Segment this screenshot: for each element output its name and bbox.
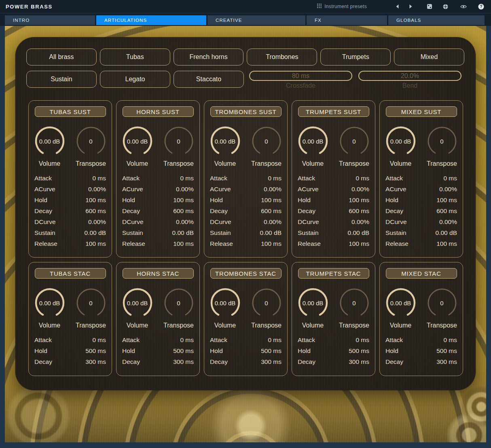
param-row: Hold 500 ms [210,345,281,356]
volume-value: 0.00 dB [297,125,329,157]
volume-knob[interactable]: 0.00 dB [209,287,241,319]
instrument-button-tubas[interactable]: Tubas [100,49,170,66]
staccato-cards-row: TUBAS STAC 0.00 dB Volume [28,262,464,376]
volume-knob[interactable]: 0.00 dB [385,287,417,319]
param-value[interactable]: 100 ms [436,240,457,247]
param-value[interactable]: 100 ms [173,197,194,204]
param-value[interactable]: 100 ms [85,197,106,204]
param-value[interactable]: 100 ms [261,240,281,247]
param-value[interactable]: 100 ms [173,240,194,247]
param-value[interactable]: 0.00% [88,218,106,226]
instrument-button-mixed[interactable]: Mixed [394,49,464,66]
param-value[interactable]: 0.00% [351,186,369,193]
param-value[interactable]: 600 ms [261,207,281,215]
instrument-button-trumpets[interactable]: Trumpets [320,49,391,66]
param-value[interactable]: 300 ms [261,358,281,366]
param-value[interactable]: 0 ms [356,336,369,344]
articulation-button-legato[interactable]: Legato [100,71,170,88]
transpose-knob[interactable]: 0 [250,125,283,157]
param-value[interactable]: 300 ms [349,358,369,366]
param-value[interactable]: 600 ms [173,207,194,215]
param-value[interactable]: 0 ms [443,175,457,182]
param-value[interactable]: 100 ms [85,240,106,247]
param-value[interactable]: 0 ms [356,175,369,182]
tab[interactable]: GLOBALS [388,15,485,25]
previous-preset-icon[interactable] [394,3,400,10]
volume-knob[interactable]: 0.00 dB [121,125,154,157]
param-value[interactable]: 0.00 dB [436,229,457,237]
param-value[interactable]: 0.00% [439,186,457,193]
param-value[interactable]: 600 ms [85,207,106,215]
volume-knob[interactable]: 0.00 dB [297,125,329,157]
transpose-knob[interactable]: 0 [338,287,370,319]
param-value[interactable]: 0.00 dB [348,229,369,237]
transpose-knob[interactable]: 0 [250,287,283,319]
param-value[interactable]: 300 ms [85,358,106,366]
param-value[interactable]: 500 ms [349,347,369,355]
param-value[interactable]: 0 ms [180,175,194,182]
param-value[interactable]: 600 ms [349,207,369,215]
param-value[interactable]: 0.00 dB [172,229,194,237]
next-preset-icon[interactable] [407,3,414,10]
transpose-knob[interactable]: 0 [75,125,107,157]
tab[interactable]: ARTICULATIONS [96,15,206,25]
transpose-knob[interactable]: 0 [163,125,195,157]
volume-knob[interactable]: 0.00 dB [34,125,66,157]
param-value[interactable]: 500 ms [261,347,281,355]
param-value[interactable]: 0 ms [268,336,281,344]
transpose-knob[interactable]: 0 [426,287,458,319]
volume-knob[interactable]: 0.00 dB [209,125,241,157]
param-value[interactable]: 500 ms [85,347,106,355]
param-name: DCurve [298,218,319,226]
volume-knob[interactable]: 0.00 dB [297,287,329,319]
param-value[interactable]: 100 ms [436,197,457,204]
param-value[interactable]: 300 ms [436,358,457,366]
param-value[interactable]: 0.00% [176,218,194,226]
articulation-button-sustain[interactable]: Sustain [26,71,97,88]
param-value[interactable]: 0 ms [180,336,194,344]
param-value[interactable]: 0.00% [176,186,194,193]
transpose-knob[interactable]: 0 [338,125,370,157]
param-value[interactable]: 100 ms [349,240,369,247]
instrument-button-french-horns[interactable]: French horns [174,49,244,66]
instrument-button-trombones[interactable]: Trombones [247,49,317,66]
tab[interactable]: INTRO [5,15,95,25]
param-value[interactable]: 0.00% [351,218,369,226]
param-value[interactable]: 0.00 dB [260,229,281,237]
param-value[interactable]: 0 ms [92,175,106,182]
tab[interactable]: CREATIVE [207,15,305,25]
transpose-knob[interactable]: 0 [163,287,195,319]
transpose-knob[interactable]: 0 [75,287,107,319]
volume-knob[interactable]: 0.00 dB [34,287,66,319]
transpose-value: 0 [250,287,283,319]
param-value[interactable]: 600 ms [436,207,457,215]
bend-slider[interactable]: 20.0% [358,71,461,81]
instrument-button-all-brass[interactable]: All brass [26,49,97,66]
param-value[interactable]: 300 ms [173,358,194,366]
crossfade-slider[interactable]: 80 ms [249,71,352,81]
instrument-presets-button[interactable]: Instrument presets [317,4,367,9]
param-value[interactable]: 0 ms [443,336,457,344]
articulation-button-staccato[interactable]: Staccato [174,71,244,88]
param-value[interactable]: 0.00% [88,186,106,193]
settings-target-icon[interactable] [442,3,449,10]
tab[interactable]: FX [307,15,387,25]
param-value[interactable]: 500 ms [436,347,457,355]
param-value[interactable]: 0.00 dB [85,229,106,237]
param-value[interactable]: 100 ms [349,197,369,204]
param-name: Attack [34,175,52,182]
eye-icon[interactable] [460,3,467,10]
param-value[interactable]: 0 ms [268,175,281,182]
param-value[interactable]: 0.00% [439,218,457,226]
param-value[interactable]: 0 ms [92,336,106,344]
volume-knob[interactable]: 0.00 dB [385,125,417,157]
param-value[interactable]: 0.00% [264,218,281,226]
param-value[interactable]: 100 ms [261,197,281,204]
param-value[interactable]: 500 ms [173,347,194,355]
transpose-knob-group: 0 Transpose [424,125,460,167]
transpose-knob[interactable]: 0 [426,125,458,157]
volume-knob[interactable]: 0.00 dB [121,287,154,319]
help-icon[interactable]: ? [478,3,485,10]
param-value[interactable]: 0.00% [264,186,281,193]
random-preset-dice-icon[interactable] [426,3,433,10]
